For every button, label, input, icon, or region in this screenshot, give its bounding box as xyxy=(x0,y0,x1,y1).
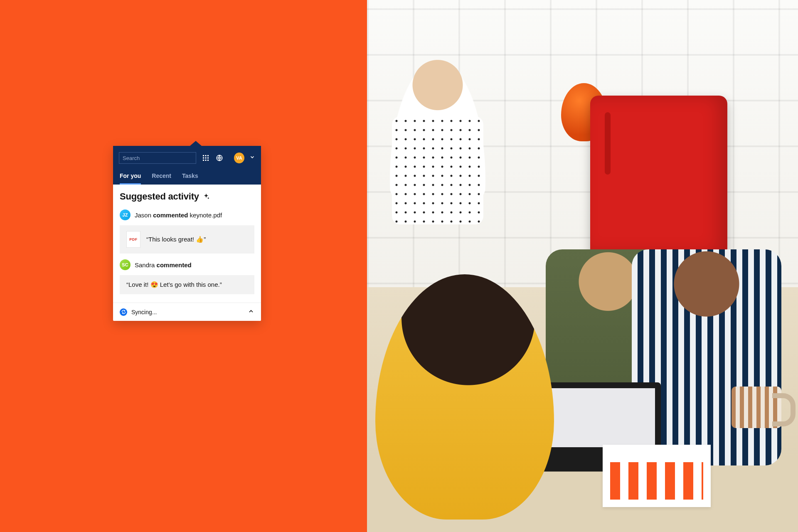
activity-text: Jason commented keynote.pdf xyxy=(135,212,222,219)
chevron-down-icon[interactable] xyxy=(249,154,255,162)
sync-icon xyxy=(120,308,127,316)
left-brand-panel: VA For you Recent Tasks Suggested activi… xyxy=(0,0,367,532)
svg-rect-7 xyxy=(205,160,206,161)
svg-rect-0 xyxy=(203,155,204,156)
apps-grid-icon[interactable] xyxy=(201,153,210,163)
svg-rect-2 xyxy=(207,155,209,156)
hero-photo xyxy=(367,0,798,532)
section-title: Suggested activity xyxy=(120,191,199,202)
activity-popover: VA For you Recent Tasks Suggested activi… xyxy=(113,146,261,321)
svg-rect-1 xyxy=(205,155,206,156)
tab-recent[interactable]: Recent xyxy=(152,170,171,185)
sparkle-icon xyxy=(202,193,210,200)
actor-avatar: JZ xyxy=(120,209,131,220)
sync-status: Syncing... xyxy=(131,309,157,315)
activity-item[interactable]: JZ Jason commented keynote.pdf PDF “This… xyxy=(120,209,254,254)
comment-text: “This looks great! 👍” xyxy=(146,236,206,243)
activity-text: Sandra commented xyxy=(135,261,192,268)
svg-rect-4 xyxy=(205,158,206,159)
globe-icon[interactable] xyxy=(215,153,224,163)
activity-item[interactable]: SC Sandra commented “Love it! 😍 Let’s go… xyxy=(120,259,254,294)
tabs: For you Recent Tasks xyxy=(119,166,255,185)
svg-rect-5 xyxy=(207,158,209,159)
sync-footer[interactable]: Syncing... xyxy=(113,303,261,321)
comment-text: “Love it! 😍 Let’s go with this one.” xyxy=(126,281,222,288)
svg-rect-8 xyxy=(207,160,209,161)
pdf-file-icon: PDF xyxy=(126,231,140,248)
svg-rect-6 xyxy=(203,160,204,161)
popover-body: Suggested activity JZ Jason commented ke… xyxy=(113,185,261,303)
actor-avatar: SC xyxy=(120,259,131,270)
chevron-up-icon[interactable] xyxy=(248,308,254,316)
comment-card[interactable]: PDF “This looks great! 👍” xyxy=(120,225,254,254)
search-input[interactable] xyxy=(119,152,196,164)
user-avatar[interactable]: VA xyxy=(234,153,244,163)
comment-card[interactable]: “Love it! 😍 Let’s go with this one.” xyxy=(120,275,254,294)
tab-tasks[interactable]: Tasks xyxy=(182,170,198,185)
tab-for-you[interactable]: For you xyxy=(120,170,141,185)
svg-rect-3 xyxy=(203,158,204,159)
popover-header: VA For you Recent Tasks xyxy=(113,146,261,185)
